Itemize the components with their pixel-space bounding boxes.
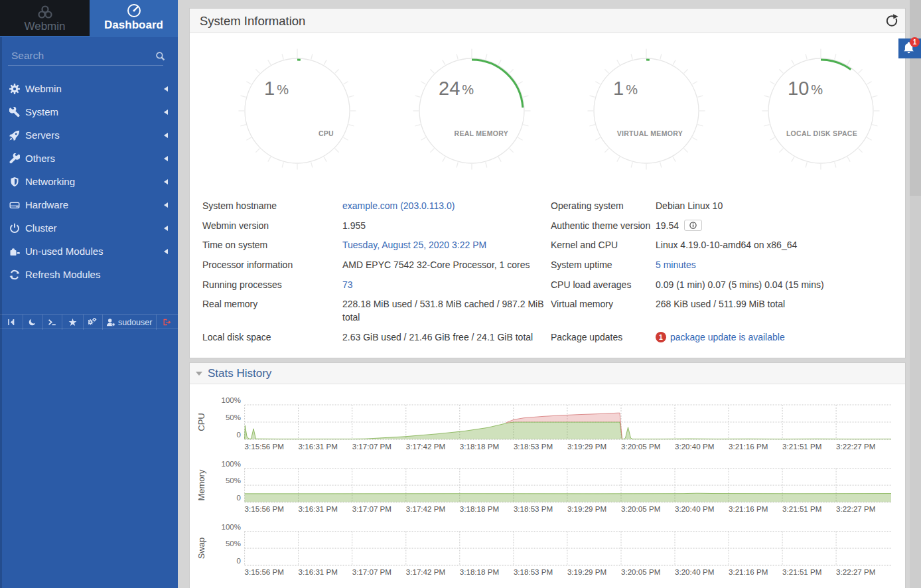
svg-text:50%: 50% <box>226 413 241 421</box>
svg-text:3:21:16 PM: 3:21:16 PM <box>729 567 768 576</box>
svg-text:100%: 100% <box>222 396 241 404</box>
svg-text:3:17:07 PM: 3:17:07 PM <box>352 567 391 576</box>
svg-text:3:20:05 PM: 3:20:05 PM <box>621 567 660 576</box>
svg-text:100%: 100% <box>222 460 241 468</box>
svg-text:3:17:07 PM: 3:17:07 PM <box>352 442 391 451</box>
svg-text:0: 0 <box>237 557 241 565</box>
svg-text:LOCAL DISK SPACE: LOCAL DISK SPACE <box>786 129 857 137</box>
svg-text:Swap: Swap <box>196 538 206 559</box>
svg-text:3:16:31 PM: 3:16:31 PM <box>299 504 338 513</box>
svg-text:3:17:07 PM: 3:17:07 PM <box>352 504 391 513</box>
svg-text:3:22:27 PM: 3:22:27 PM <box>836 442 875 451</box>
svg-text:3:18:18 PM: 3:18:18 PM <box>460 442 499 451</box>
svg-text:REAL MEMORY: REAL MEMORY <box>455 129 508 137</box>
svg-text:3:18:18 PM: 3:18:18 PM <box>460 504 499 513</box>
svg-text:3:17:42 PM: 3:17:42 PM <box>406 567 445 576</box>
svg-text:CPU: CPU <box>319 129 334 137</box>
svg-text:3:21:51 PM: 3:21:51 PM <box>782 442 821 451</box>
svg-text:3:22:27 PM: 3:22:27 PM <box>836 567 875 576</box>
svg-text:3:20:05 PM: 3:20:05 PM <box>621 442 660 451</box>
svg-text:3:15:56 PM: 3:15:56 PM <box>245 442 284 451</box>
svg-text:3:17:42 PM: 3:17:42 PM <box>406 442 445 451</box>
svg-text:3:20:40 PM: 3:20:40 PM <box>675 567 714 576</box>
svg-text:50%: 50% <box>226 540 241 548</box>
svg-text:3:17:42 PM: 3:17:42 PM <box>406 504 445 513</box>
svg-text:3:18:53 PM: 3:18:53 PM <box>514 442 553 451</box>
svg-text:3:21:16 PM: 3:21:16 PM <box>729 504 768 513</box>
svg-text:3:21:51 PM: 3:21:51 PM <box>782 567 821 576</box>
svg-text:VIRTUAL MEMORY: VIRTUAL MEMORY <box>617 129 683 137</box>
svg-text:Memory: Memory <box>196 469 206 500</box>
svg-text:3:15:56 PM: 3:15:56 PM <box>245 567 284 576</box>
svg-text:3:20:05 PM: 3:20:05 PM <box>621 504 660 513</box>
svg-text:3:16:31 PM: 3:16:31 PM <box>299 567 338 576</box>
svg-text:3:21:16 PM: 3:21:16 PM <box>729 442 768 451</box>
svg-text:0: 0 <box>237 431 241 439</box>
svg-text:50%: 50% <box>226 477 241 484</box>
svg-text:3:19:29 PM: 3:19:29 PM <box>567 504 606 513</box>
svg-text:3:20:40 PM: 3:20:40 PM <box>675 504 714 513</box>
svg-text:3:18:53 PM: 3:18:53 PM <box>514 567 553 576</box>
svg-text:3:22:27 PM: 3:22:27 PM <box>836 504 875 513</box>
svg-text:3:20:40 PM: 3:20:40 PM <box>675 442 714 451</box>
svg-text:0: 0 <box>237 494 241 502</box>
svg-text:3:19:29 PM: 3:19:29 PM <box>567 567 606 576</box>
svg-text:3:16:31 PM: 3:16:31 PM <box>299 442 338 451</box>
svg-text:3:21:51 PM: 3:21:51 PM <box>782 504 821 513</box>
svg-text:100%: 100% <box>222 523 241 531</box>
svg-text:3:18:18 PM: 3:18:18 PM <box>460 567 499 576</box>
svg-text:CPU: CPU <box>196 413 206 431</box>
svg-text:3:19:29 PM: 3:19:29 PM <box>567 442 606 451</box>
svg-text:3:18:53 PM: 3:18:53 PM <box>514 504 553 513</box>
svg-text:3:15:56 PM: 3:15:56 PM <box>245 504 284 513</box>
